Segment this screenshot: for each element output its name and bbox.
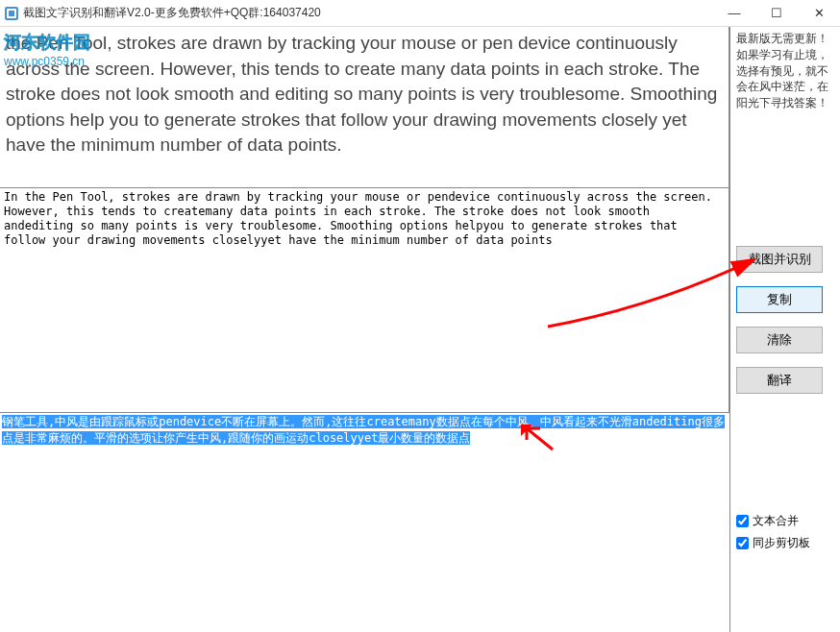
ocr-text: In the Pen Tool, strokes are drawn by tr… <box>4 190 712 247</box>
copy-button[interactable]: 复制 <box>736 286 823 313</box>
close-button[interactable]: ✕ <box>798 0 840 27</box>
minimize-button[interactable]: — <box>713 0 755 27</box>
merge-text-checkbox-row[interactable]: 文本合并 <box>736 513 834 529</box>
sidebar-notice: 最新版无需更新！ 如果学习有止境， 选择有预见，就不 会在风中迷茫，在 阳光下寻… <box>736 31 834 111</box>
ocr-result-pane[interactable]: In the Pen Tool, strokes are drawn by tr… <box>0 188 729 413</box>
merge-text-label: 文本合并 <box>753 513 799 529</box>
app-icon <box>4 6 19 21</box>
main-content: 河东软件园 www.pc0359.cn the Pen Tool, stroke… <box>0 27 730 632</box>
svg-rect-2 <box>9 11 14 16</box>
screenshot-preview-pane: 河东软件园 www.pc0359.cn the Pen Tool, stroke… <box>0 27 729 188</box>
titlebar: 截图文字识别和翻译V2.0-更多免费软件+QQ群:164037420 — ☐ ✕ <box>0 0 840 27</box>
clear-button[interactable]: 清除 <box>736 327 823 353</box>
sync-clipboard-checkbox-row[interactable]: 同步剪切板 <box>736 535 834 551</box>
sidebar: 最新版无需更新！ 如果学习有止境， 选择有预见，就不 会在风中迷茫，在 阳光下寻… <box>730 27 840 632</box>
translation-pane[interactable]: 钢笔工具,中风是由跟踪鼠标或pendevice不断在屏幕上。然而,这往往crea… <box>0 413 729 632</box>
sync-clipboard-label: 同步剪切板 <box>753 535 810 551</box>
merge-text-checkbox[interactable] <box>736 515 749 527</box>
window-title: 截图文字识别和翻译V2.0-更多免费软件+QQ群:164037420 <box>23 5 713 21</box>
maximize-button[interactable]: ☐ <box>755 0 798 27</box>
preview-text: the Pen Tool, strokes are drawn by track… <box>6 33 717 155</box>
translate-button[interactable]: 翻译 <box>736 367 823 394</box>
translation-text: 钢笔工具,中风是由跟踪鼠标或pendevice不断在屏幕上。然而,这往往crea… <box>2 415 725 445</box>
capture-recognize-button[interactable]: 截图并识别 <box>736 246 823 273</box>
window-controls: — ☐ ✕ <box>713 0 840 27</box>
sync-clipboard-checkbox[interactable] <box>736 537 749 549</box>
